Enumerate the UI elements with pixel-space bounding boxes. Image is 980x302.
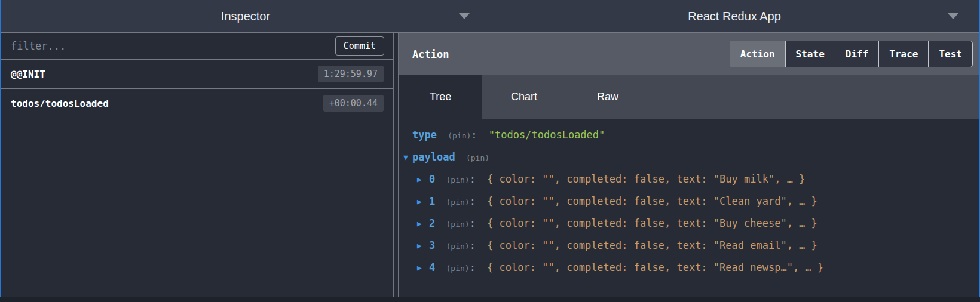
pin-link[interactable]: (pin) [448, 131, 471, 140]
expand-arrow-icon[interactable]: ▶ [417, 235, 422, 257]
tab-raw[interactable]: Raw [566, 75, 650, 119]
redux-devtools-panel: Inspector React Redux App Commit @@INIT … [0, 0, 980, 297]
tab-state[interactable]: State [785, 41, 835, 67]
collapse-arrow-icon[interactable]: ▼ [403, 146, 408, 168]
tab-diff[interactable]: Diff [835, 41, 879, 67]
main-area: Commit @@INIT 1:29:59.97 todos/todosLoad… [1, 33, 979, 297]
inspector-detail-panel: Action Action State Diff Trace Test Tree… [399, 33, 979, 297]
tree-key-index[interactable]: 1 [429, 195, 435, 207]
commit-button[interactable]: Commit [335, 36, 384, 56]
panel-resize-handle[interactable] [393, 33, 399, 297]
filter-input[interactable] [11, 40, 335, 52]
monitor-selector[interactable]: Inspector [1, 0, 490, 32]
chevron-down-icon [948, 13, 958, 19]
action-name: @@INIT [11, 69, 45, 80]
main-tab-group: Action State Diff Trace Test [730, 41, 973, 67]
colon: : [470, 217, 476, 229]
object-preview: { color: "", completed: false, text: "Re… [487, 239, 817, 251]
tab-test[interactable]: Test [928, 41, 972, 67]
object-preview: { color: "", completed: false, text: "Cl… [487, 195, 817, 207]
tree-row-payload-4[interactable]: ▶ 4 (pin): { color: "", completed: false… [399, 257, 979, 279]
tree-key-index[interactable]: 2 [429, 217, 435, 229]
pin-link[interactable]: (pin) [446, 242, 470, 251]
pin-link[interactable]: (pin) [446, 198, 470, 207]
view-tab-bar: Tree Chart Raw [399, 75, 979, 119]
colon: : [471, 129, 477, 141]
colon: : [470, 239, 476, 251]
tree-row-type: type (pin): "todos/todosLoaded" [399, 124, 979, 146]
tree-key-index[interactable]: 4 [429, 261, 435, 273]
action-name: todos/todosLoaded [11, 98, 109, 109]
pin-link[interactable]: (pin) [446, 220, 470, 229]
expand-arrow-icon[interactable]: ▶ [417, 168, 422, 190]
filter-row: Commit [1, 33, 393, 60]
tree-value-type: "todos/todosLoaded" [489, 129, 605, 141]
top-bar: Inspector React Redux App [1, 0, 979, 33]
action-time-badge: 1:29:59.97 [318, 66, 384, 82]
object-preview: { color: "", completed: false, text: "Bu… [487, 217, 817, 229]
expand-arrow-icon[interactable]: ▶ [417, 212, 422, 235]
tab-action[interactable]: Action [730, 41, 785, 67]
colon: : [470, 261, 476, 273]
pin-link[interactable]: (pin) [446, 175, 470, 184]
object-preview: { color: "", completed: false, text: "Re… [487, 261, 823, 273]
tree-key-index[interactable]: 3 [429, 239, 435, 251]
colon: : [470, 173, 476, 185]
action-time-badge: +00:00.44 [323, 95, 384, 112]
pin-link[interactable]: (pin) [466, 153, 489, 162]
expand-arrow-icon[interactable]: ▶ [417, 257, 422, 279]
tree-row-payload-3[interactable]: ▶ 3 (pin): { color: "", completed: false… [399, 235, 979, 257]
detail-header: Action Action State Diff Trace Test [399, 33, 979, 75]
action-list-panel: Commit @@INIT 1:29:59.97 todos/todosLoad… [1, 33, 393, 297]
monitor-selector-label: Inspector [221, 10, 270, 23]
colon: : [470, 195, 476, 207]
tree-key-type[interactable]: type [412, 129, 437, 141]
expand-arrow-icon[interactable]: ▶ [417, 190, 422, 212]
action-list-item-init[interactable]: @@INIT 1:29:59.97 [1, 60, 393, 89]
section-title: Action [412, 48, 449, 60]
tree-key-payload[interactable]: payload [412, 151, 455, 163]
instance-selector[interactable]: React Redux App [490, 0, 979, 32]
tab-tree[interactable]: Tree [399, 75, 482, 119]
pin-link[interactable]: (pin) [446, 264, 470, 273]
object-preview: { color: "", completed: false, text: "Bu… [487, 173, 805, 185]
action-list-item-todos-loaded[interactable]: todos/todosLoaded +00:00.44 [1, 89, 393, 118]
tab-trace[interactable]: Trace [878, 41, 928, 67]
tree-row-payload-0[interactable]: ▶ 0 (pin): { color: "", completed: false… [399, 168, 979, 190]
tree-key-index[interactable]: 0 [429, 173, 435, 185]
instance-selector-label: React Redux App [688, 10, 781, 23]
tree-row-payload-2[interactable]: ▶ 2 (pin): { color: "", completed: false… [399, 212, 979, 235]
bottom-strip [0, 297, 980, 302]
chevron-down-icon [459, 13, 470, 19]
action-tree-view: type (pin): "todos/todosLoaded" ▼ payloa… [399, 119, 979, 297]
tree-row-payload-1[interactable]: ▶ 1 (pin): { color: "", completed: false… [399, 190, 979, 212]
tree-row-payload[interactable]: ▼ payload (pin) [399, 146, 979, 168]
tab-chart[interactable]: Chart [482, 75, 566, 119]
